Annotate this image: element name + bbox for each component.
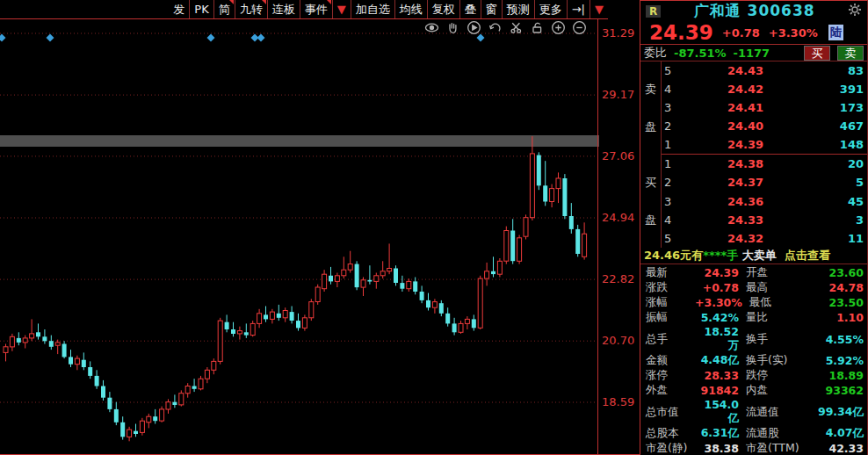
eye-icon[interactable] [424,20,439,35]
last-price: 24.39 [649,21,713,44]
bid-level-4[interactable]: 424.333 [662,211,867,229]
stat-row-8: 总市值154.0亿流通值99.34亿 [646,398,864,426]
stat-row-0: 最新24.39开盘23.60 [646,265,864,280]
big-order-alert-part-0: 24.46元有 [644,248,703,264]
weibi-row: 委比 -87.51% -1177 买 卖 [640,44,867,61]
toolbar-item-7[interactable]: 加自选 [351,0,394,18]
toolbar-item-6[interactable]: ▼ [332,0,351,18]
toolbar-item-2[interactable]: 简 [213,0,235,18]
stat-row-6: 涨停28.33跌停18.89 [646,368,864,383]
weibi-diff: -1177 [734,47,770,60]
toolbar-item-10[interactable]: 叠 [459,0,481,18]
zoom-out-icon[interactable] [572,20,587,35]
toolbar-item-1[interactable]: PK [189,0,213,18]
toolbar-item-14[interactable]: →| [567,0,590,18]
axis-tick-5: 20.70 [602,334,634,347]
axis-tick-1: 29.17 [602,88,634,101]
price-row: 24.39 +0.78 +3.30% 陆 [640,21,867,44]
scissors-icon[interactable] [509,20,524,35]
lock-icon[interactable] [530,20,545,35]
toolbar-item-8[interactable]: 均线 [394,0,427,18]
toolbar-item-13[interactable]: 更多 [534,0,567,18]
stat-row-10: 市盈(静)38.38市盈(TTM)42.33 [646,441,864,455]
price-axis: 31.2929.1727.0624.9422.8220.7018.59 [599,19,640,455]
axis-tick-3: 24.94 [602,211,634,224]
big-order-alert-part-2: 大卖单 [738,248,777,264]
toolbar-item-15[interactable]: ▼ [590,0,608,18]
weibi-value: -87.51% [674,47,727,60]
price-change-pct: +3.30% [769,26,818,40]
undo-icon[interactable] [488,20,503,35]
rong-badge: R [646,5,661,18]
big-order-alert-part-3[interactable]: 点击查看 [777,248,830,264]
stat-row-3: 振幅5.42%量比1.10 [646,310,864,325]
order-book: 卖盘 524.4383424.42391324.41173224.4046712… [640,61,867,248]
toolbar-item-0[interactable]: 发 [169,0,189,18]
bid-level-1[interactable]: 124.3820 [662,155,867,173]
stock-code: 300638 [748,2,815,19]
chart-tool-icons [424,20,587,35]
ask-level-2[interactable]: 224.40467 [662,117,867,135]
panel-header: R 广和通 300638 [640,1,867,21]
stock-name: 广和通 [694,2,741,19]
kline-chart[interactable] [0,19,599,455]
axis-tick-4: 22.82 [602,272,634,285]
quote-panel: R 广和通 300638 24.39 +0.78 +3.30% 陆 委比 -87… [640,0,868,455]
buy-side-label: 买盘 [640,155,662,248]
quote-stats: 最新24.39开盘23.60涨跌+0.78最高24.78涨幅+3.30%最低23… [640,264,867,455]
axis-tick-2: 27.06 [602,149,634,162]
toolbar-item-3[interactable]: 九转 [235,0,267,18]
lugutong-badge: 陆 [828,25,843,40]
bid-level-3[interactable]: 324.3645 [662,191,867,210]
hand-icon[interactable] [445,20,460,35]
stat-row-9: 总股本6.31亿流通股4.07亿 [646,426,864,441]
price-change: +0.78 [722,26,760,40]
candlestick-chart[interactable] [0,19,599,454]
weibi-label: 委比 [644,45,667,61]
stat-row-7: 外盘91842内盘93362 [646,383,864,398]
chart-toolbar: 发PK简九转连板事件▼加自选均线复权叠窗预测更多→|▼ [0,0,608,19]
sell-side-label: 卖盘 [640,61,662,155]
axis-tick-0: 31.29 [602,26,634,40]
bid-levels: 124.3820224.375324.3645424.333524.3211 [662,155,867,248]
toolbar-item-11[interactable]: 窗 [481,0,502,18]
bid-level-2[interactable]: 224.375 [662,173,867,191]
toolbar-item-9[interactable]: 复权 [427,0,459,18]
axis-tick-6: 18.59 [602,395,634,408]
ask-level-1[interactable]: 124.39148 [662,135,867,154]
toolbar-item-5[interactable]: 事件 [300,0,332,18]
ask-level-4[interactable]: 424.42391 [662,80,867,98]
stat-row-5: 金额4.48亿换手(实)5.92% [646,353,864,368]
play-icon[interactable] [467,20,481,35]
stat-row-1: 涨跌+0.78最高24.78 [646,280,864,295]
bid-level-5[interactable]: 524.3211 [662,229,867,248]
big-order-alert[interactable]: 24.46元有****手 大卖单 点击查看 [640,248,867,264]
sell-button[interactable]: 卖 [837,46,864,61]
ask-level-3[interactable]: 324.41173 [662,98,867,117]
toolbar-item-12[interactable]: 预测 [502,0,534,18]
toolbar-item-4[interactable]: 连板 [267,0,300,18]
buy-button[interactable]: 买 [804,46,830,61]
stat-row-2: 涨幅+3.30%最低23.50 [646,295,864,310]
zoom-in-icon[interactable] [551,20,566,35]
gear-icon[interactable] [848,3,862,19]
ask-level-5[interactable]: 524.4383 [662,61,867,80]
ask-levels: 524.4383424.42391324.41173224.40467124.3… [662,61,867,155]
stock-trading-terminal: 发PK简九转连板事件▼加自选均线复权叠窗预测更多→|▼ 31.2929.1727… [0,0,868,455]
big-order-alert-part-1: ****手 [703,248,738,264]
stock-title: 广和通 300638 [661,1,848,21]
stat-row-4: 总手18.52万换手4.55% [646,325,864,353]
